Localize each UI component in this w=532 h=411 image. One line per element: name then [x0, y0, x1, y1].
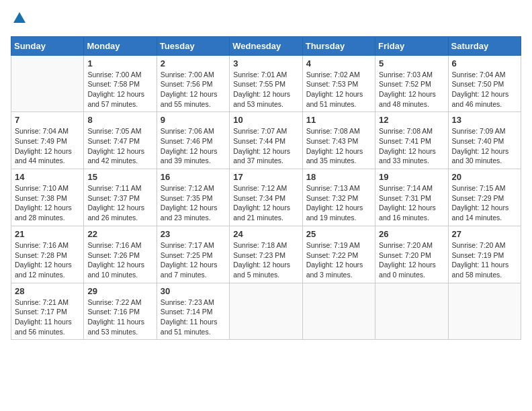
day-info: Sunrise: 7:18 AM Sunset: 7:23 PM Dayligh… [233, 240, 298, 280]
day-number: 12 [379, 115, 444, 125]
calendar-table: SundayMondayTuesdayWednesdayThursdayFrid… [11, 36, 521, 340]
day-info: Sunrise: 7:03 AM Sunset: 7:52 PM Dayligh… [379, 70, 444, 109]
day-info: Sunrise: 7:00 AM Sunset: 7:58 PM Dayligh… [87, 70, 152, 109]
day-number: 15 [87, 172, 152, 182]
calendar-cell: 26Sunrise: 7:20 AM Sunset: 7:20 PM Dayli… [375, 226, 448, 283]
day-info: Sunrise: 7:15 AM Sunset: 7:29 PM Dayligh… [452, 183, 517, 223]
day-number: 30 [161, 286, 226, 296]
calendar-cell: 18Sunrise: 7:13 AM Sunset: 7:32 PM Dayli… [302, 169, 375, 226]
calendar-cell: 27Sunrise: 7:20 AM Sunset: 7:19 PM Dayli… [448, 226, 521, 283]
day-info: Sunrise: 7:14 AM Sunset: 7:31 PM Dayligh… [379, 183, 444, 223]
calendar-cell: 12Sunrise: 7:08 AM Sunset: 7:41 PM Dayli… [375, 112, 448, 169]
day-info: Sunrise: 7:12 AM Sunset: 7:34 PM Dayligh… [233, 183, 298, 223]
day-info: Sunrise: 7:04 AM Sunset: 7:50 PM Dayligh… [452, 70, 517, 109]
day-of-week-header: Sunday [11, 36, 84, 55]
day-number: 1 [87, 58, 152, 68]
day-info: Sunrise: 7:10 AM Sunset: 7:38 PM Dayligh… [15, 183, 80, 223]
day-info: Sunrise: 7:08 AM Sunset: 7:41 PM Dayligh… [379, 126, 444, 166]
calendar-cell: 8Sunrise: 7:05 AM Sunset: 7:47 PM Daylig… [84, 112, 157, 169]
calendar-cell: 4Sunrise: 7:02 AM Sunset: 7:53 PM Daylig… [302, 55, 375, 112]
day-number: 28 [15, 286, 80, 296]
day-number: 8 [87, 115, 152, 125]
day-number: 2 [161, 58, 226, 68]
calendar-header-row: SundayMondayTuesdayWednesdayThursdayFrid… [11, 36, 521, 55]
calendar-cell: 6Sunrise: 7:04 AM Sunset: 7:50 PM Daylig… [448, 55, 521, 112]
day-number: 7 [15, 115, 80, 125]
calendar-cell [302, 283, 375, 340]
day-info: Sunrise: 7:17 AM Sunset: 7:25 PM Dayligh… [161, 240, 226, 280]
day-info: Sunrise: 7:06 AM Sunset: 7:46 PM Dayligh… [161, 126, 226, 166]
day-info: Sunrise: 7:01 AM Sunset: 7:55 PM Dayligh… [233, 70, 298, 109]
day-info: Sunrise: 7:21 AM Sunset: 7:17 PM Dayligh… [15, 298, 80, 337]
page-header [11, 11, 521, 30]
day-number: 19 [379, 172, 444, 182]
day-info: Sunrise: 7:12 AM Sunset: 7:35 PM Dayligh… [161, 183, 226, 223]
calendar-cell: 16Sunrise: 7:12 AM Sunset: 7:35 PM Dayli… [157, 169, 229, 226]
day-number: 5 [379, 58, 444, 68]
day-info: Sunrise: 7:09 AM Sunset: 7:40 PM Dayligh… [452, 126, 517, 166]
day-number: 24 [233, 229, 298, 239]
day-info: Sunrise: 7:23 AM Sunset: 7:14 PM Dayligh… [161, 298, 226, 337]
calendar-cell [11, 55, 84, 112]
day-info: Sunrise: 7:07 AM Sunset: 7:44 PM Dayligh… [233, 126, 298, 166]
day-number: 13 [452, 115, 517, 125]
day-number: 4 [306, 58, 371, 68]
calendar-cell: 5Sunrise: 7:03 AM Sunset: 7:52 PM Daylig… [375, 55, 448, 112]
day-info: Sunrise: 7:22 AM Sunset: 7:16 PM Dayligh… [87, 298, 152, 337]
day-number: 22 [87, 229, 152, 239]
day-number: 6 [452, 58, 517, 68]
calendar-cell: 17Sunrise: 7:12 AM Sunset: 7:34 PM Dayli… [230, 169, 302, 226]
day-of-week-header: Tuesday [157, 36, 229, 55]
calendar-week-row: 7Sunrise: 7:04 AM Sunset: 7:49 PM Daylig… [11, 112, 521, 169]
day-number: 11 [306, 115, 371, 125]
day-info: Sunrise: 7:16 AM Sunset: 7:28 PM Dayligh… [15, 240, 80, 280]
calendar-cell: 22Sunrise: 7:16 AM Sunset: 7:26 PM Dayli… [84, 226, 157, 283]
day-number: 27 [452, 229, 517, 239]
day-number: 16 [161, 172, 226, 182]
calendar-cell: 2Sunrise: 7:00 AM Sunset: 7:56 PM Daylig… [157, 55, 229, 112]
day-info: Sunrise: 7:04 AM Sunset: 7:49 PM Dayligh… [15, 126, 80, 166]
day-number: 18 [306, 172, 371, 182]
calendar-week-row: 14Sunrise: 7:10 AM Sunset: 7:38 PM Dayli… [11, 169, 521, 226]
calendar-cell: 23Sunrise: 7:17 AM Sunset: 7:25 PM Dayli… [157, 226, 229, 283]
day-number: 9 [161, 115, 226, 125]
calendar-cell: 20Sunrise: 7:15 AM Sunset: 7:29 PM Dayli… [448, 169, 521, 226]
calendar-week-row: 21Sunrise: 7:16 AM Sunset: 7:28 PM Dayli… [11, 226, 521, 283]
calendar-cell: 25Sunrise: 7:19 AM Sunset: 7:22 PM Dayli… [302, 226, 375, 283]
day-of-week-header: Saturday [448, 36, 521, 55]
day-number: 3 [233, 58, 298, 68]
day-info: Sunrise: 7:20 AM Sunset: 7:20 PM Dayligh… [379, 240, 444, 280]
logo-icon [12, 11, 27, 26]
day-number: 20 [452, 172, 517, 182]
day-info: Sunrise: 7:02 AM Sunset: 7:53 PM Dayligh… [306, 70, 371, 109]
calendar-cell: 3Sunrise: 7:01 AM Sunset: 7:55 PM Daylig… [230, 55, 302, 112]
day-number: 10 [233, 115, 298, 125]
calendar-week-row: 1Sunrise: 7:00 AM Sunset: 7:58 PM Daylig… [11, 55, 521, 112]
calendar-cell: 24Sunrise: 7:18 AM Sunset: 7:23 PM Dayli… [230, 226, 302, 283]
calendar-cell: 15Sunrise: 7:11 AM Sunset: 7:37 PM Dayli… [84, 169, 157, 226]
day-info: Sunrise: 7:16 AM Sunset: 7:26 PM Dayligh… [87, 240, 152, 280]
logo [11, 11, 27, 30]
calendar-cell: 28Sunrise: 7:21 AM Sunset: 7:17 PM Dayli… [11, 283, 84, 340]
calendar-cell: 1Sunrise: 7:00 AM Sunset: 7:58 PM Daylig… [84, 55, 157, 112]
calendar-week-row: 28Sunrise: 7:21 AM Sunset: 7:17 PM Dayli… [11, 283, 521, 340]
calendar-cell: 21Sunrise: 7:16 AM Sunset: 7:28 PM Dayli… [11, 226, 84, 283]
day-info: Sunrise: 7:05 AM Sunset: 7:47 PM Dayligh… [87, 126, 152, 166]
calendar-cell: 14Sunrise: 7:10 AM Sunset: 7:38 PM Dayli… [11, 169, 84, 226]
day-info: Sunrise: 7:19 AM Sunset: 7:22 PM Dayligh… [306, 240, 371, 280]
day-of-week-header: Wednesday [230, 36, 302, 55]
day-of-week-header: Thursday [302, 36, 375, 55]
calendar-cell: 13Sunrise: 7:09 AM Sunset: 7:40 PM Dayli… [448, 112, 521, 169]
calendar-cell: 19Sunrise: 7:14 AM Sunset: 7:31 PM Dayli… [375, 169, 448, 226]
calendar-cell [375, 283, 448, 340]
day-number: 23 [161, 229, 226, 239]
day-number: 25 [306, 229, 371, 239]
day-of-week-header: Monday [84, 36, 157, 55]
day-info: Sunrise: 7:11 AM Sunset: 7:37 PM Dayligh… [87, 183, 152, 223]
calendar-cell: 9Sunrise: 7:06 AM Sunset: 7:46 PM Daylig… [157, 112, 229, 169]
day-number: 29 [87, 286, 152, 296]
calendar-cell: 29Sunrise: 7:22 AM Sunset: 7:16 PM Dayli… [84, 283, 157, 340]
calendar-cell [448, 283, 521, 340]
svg-marker-0 [13, 12, 26, 23]
day-number: 17 [233, 172, 298, 182]
